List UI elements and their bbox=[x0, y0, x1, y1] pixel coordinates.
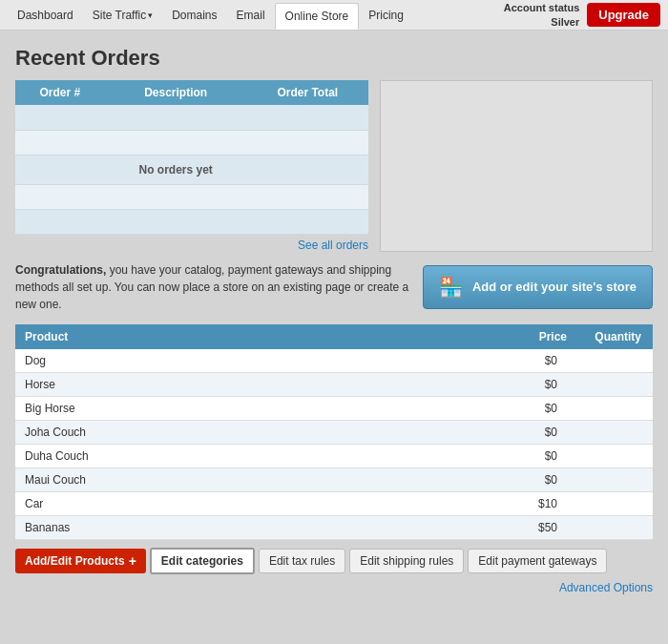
congrats-text: Congratulations, you have your catalog, … bbox=[15, 261, 409, 313]
add-store-label: Add or edit your site's store bbox=[472, 280, 637, 294]
right-panel bbox=[380, 80, 653, 252]
product-price: $0 bbox=[371, 349, 576, 373]
table-row: Horse $0 bbox=[15, 372, 653, 396]
product-price: $0 bbox=[371, 396, 576, 420]
advanced-options-link[interactable]: Advanced Options bbox=[559, 581, 653, 594]
table-row: Car $10 bbox=[15, 491, 653, 515]
products-table: Product Price Quantity Dog $0 Horse $0 B… bbox=[15, 324, 653, 540]
edit-shipping-rules-button[interactable]: Edit shipping rules bbox=[349, 549, 464, 573]
upgrade-button[interactable]: Upgrade bbox=[587, 3, 660, 27]
no-orders-message: No orders yet bbox=[105, 155, 247, 184]
table-row: Joha Couch $0 bbox=[15, 420, 653, 444]
add-store-button[interactable]: 🏪 Add or edit your site's store bbox=[423, 265, 653, 309]
product-price: $10 bbox=[371, 491, 576, 515]
product-price: $50 bbox=[371, 515, 576, 539]
product-quantity bbox=[576, 420, 653, 444]
account-status-area: Account status Silver Upgrade bbox=[504, 1, 660, 29]
orders-table-wrapper: Order # Description Order Total No order… bbox=[15, 80, 368, 252]
plus-icon: + bbox=[129, 553, 136, 569]
account-tier: Silver bbox=[504, 15, 579, 29]
table-row bbox=[15, 130, 368, 155]
store-icon: 🏪 bbox=[439, 276, 463, 299]
product-quantity bbox=[576, 444, 653, 467]
table-row: Duha Couch $0 bbox=[15, 444, 653, 467]
product-quantity bbox=[576, 372, 653, 396]
table-row bbox=[15, 209, 368, 234]
orders-section: Order # Description Order Total No order… bbox=[15, 80, 653, 252]
dropdown-arrow-icon: ▾ bbox=[148, 10, 153, 20]
nav-item-domains[interactable]: Domains bbox=[162, 3, 226, 28]
product-price: $0 bbox=[371, 420, 576, 444]
see-all-orders-link[interactable]: See all orders bbox=[298, 239, 368, 252]
table-row: Big Horse $0 bbox=[15, 396, 653, 420]
orders-col-order-num: Order # bbox=[15, 80, 105, 105]
congrats-row: Congratulations, you have your catalog, … bbox=[15, 261, 653, 313]
table-row bbox=[15, 105, 368, 130]
orders-col-description: Description bbox=[105, 80, 247, 105]
product-name: Bananas bbox=[15, 515, 371, 539]
product-price: $0 bbox=[371, 372, 576, 396]
product-name: Maui Couch bbox=[15, 467, 371, 491]
product-name: Horse bbox=[15, 372, 371, 396]
nav-item-online-store[interactable]: Online Store bbox=[275, 3, 360, 30]
nav-item-site-traffic[interactable]: Site Traffic ▾ bbox=[83, 3, 162, 28]
edit-categories-button[interactable]: Edit categories bbox=[150, 548, 255, 574]
table-row: Bananas $50 bbox=[15, 515, 653, 539]
product-name: Joha Couch bbox=[15, 420, 371, 444]
table-row bbox=[15, 184, 368, 209]
product-quantity bbox=[576, 396, 653, 420]
product-price: $0 bbox=[371, 467, 576, 491]
orders-col-total: Order Total bbox=[247, 80, 368, 105]
account-status-label: Account status bbox=[504, 1, 579, 14]
main-content: Recent Orders Order # Description Order … bbox=[0, 31, 668, 644]
products-col-price: Price bbox=[371, 324, 576, 349]
product-quantity bbox=[576, 349, 653, 373]
nav-item-pricing[interactable]: Pricing bbox=[359, 3, 413, 28]
no-orders-row: No orders yet bbox=[15, 155, 368, 184]
nav-item-dashboard[interactable]: Dashboard bbox=[8, 3, 83, 28]
product-quantity bbox=[576, 515, 653, 539]
products-col-product: Product bbox=[15, 324, 371, 349]
add-edit-products-button[interactable]: Add/Edit Products + bbox=[15, 549, 146, 573]
products-col-quantity: Quantity bbox=[576, 324, 653, 349]
product-quantity bbox=[576, 467, 653, 491]
product-quantity bbox=[576, 491, 653, 515]
action-buttons-row: Add/Edit Products + Edit categories Edit… bbox=[15, 548, 653, 574]
product-name: Car bbox=[15, 491, 371, 515]
product-name: Duha Couch bbox=[15, 444, 371, 467]
page-title: Recent Orders bbox=[15, 46, 653, 71]
product-name: Dog bbox=[15, 349, 371, 373]
edit-tax-rules-button[interactable]: Edit tax rules bbox=[259, 549, 345, 573]
see-all-orders-row: See all orders bbox=[15, 239, 368, 252]
top-navigation: Dashboard Site Traffic ▾ Domains Email O… bbox=[0, 0, 668, 31]
product-price: $0 bbox=[371, 444, 576, 467]
nav-item-email[interactable]: Email bbox=[227, 3, 275, 28]
orders-table: Order # Description Order Total No order… bbox=[15, 80, 368, 235]
advanced-options-row: Advanced Options bbox=[15, 580, 653, 594]
table-row: Maui Couch $0 bbox=[15, 467, 653, 491]
product-name: Big Horse bbox=[15, 396, 371, 420]
table-row: Dog $0 bbox=[15, 349, 653, 373]
edit-payment-gateways-button[interactable]: Edit payment gateways bbox=[468, 549, 607, 573]
